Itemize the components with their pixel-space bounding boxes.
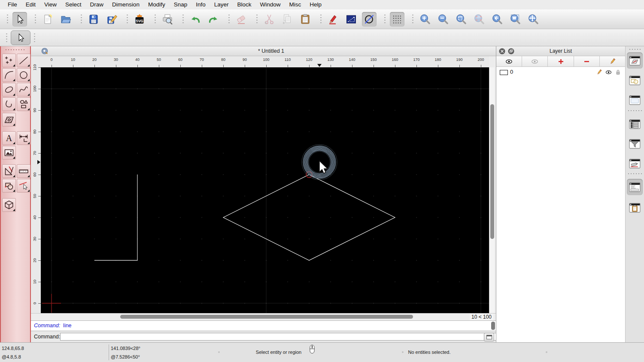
tool-select-entity-button[interactable] — [17, 179, 30, 193]
new-drawing-button[interactable] — [40, 12, 55, 27]
dock-library-browser-toggle[interactable] — [627, 116, 643, 132]
layer-list-titlebar: Layer List — [496, 46, 625, 56]
statusbar-grip — [218, 351, 220, 353]
menu-info[interactable]: Info — [191, 0, 210, 9]
open-drawing-button[interactable] — [58, 12, 73, 27]
vruler-label: 50 — [33, 192, 37, 200]
drawing-canvas[interactable] — [41, 67, 489, 313]
restrict-nothing-button[interactable] — [362, 12, 377, 27]
export-svg-button[interactable]: SVG — [132, 12, 147, 27]
redo-button[interactable] — [206, 12, 221, 27]
menu-block[interactable]: Block — [233, 0, 256, 9]
menu-view[interactable]: View — [40, 0, 61, 9]
layer-row[interactable]: 0 — [496, 68, 625, 77]
edit-entity-button[interactable] — [326, 12, 340, 27]
layer-edit-icon[interactable] — [595, 69, 603, 76]
menu-misc[interactable]: Misc — [285, 0, 306, 9]
zoom-pan-button[interactable] — [526, 12, 541, 27]
menu-select[interactable]: Select — [61, 0, 86, 9]
menu-modify[interactable]: Modify — [144, 0, 170, 9]
menu-layer[interactable]: Layer — [210, 0, 233, 9]
paste-button[interactable] — [298, 12, 313, 27]
layer-visibility-icon[interactable] — [605, 69, 612, 76]
menu-edit[interactable]: Edit — [21, 0, 40, 9]
undo-button[interactable] — [188, 12, 203, 27]
command-options-button[interactable] — [484, 333, 494, 341]
menu-help[interactable]: Help — [305, 0, 326, 9]
canvas-vertical-scrollbar[interactable] — [489, 67, 495, 313]
selection-pointer-button[interactable] — [11, 30, 30, 45]
horizontal-scroll-thumb[interactable] — [120, 315, 413, 319]
zoom-window-button[interactable] — [508, 12, 522, 27]
dock-block-list-toggle[interactable] — [627, 72, 643, 88]
tool-measure-button[interactable] — [17, 164, 30, 178]
show-all-layers-button[interactable] — [496, 56, 522, 66]
menu-dimension[interactable]: Dimension — [108, 0, 144, 9]
cad-tools-icon — [3, 166, 15, 177]
modify-layer-button[interactable] — [600, 56, 625, 66]
relative-coordinates: @4.8,5.8 — [2, 354, 21, 359]
dock-drag-handle[interactable] — [629, 48, 641, 50]
tool-line-button[interactable] — [17, 54, 30, 67]
tool-text-button[interactable]: A — [2, 131, 16, 145]
print-preview-button[interactable] — [160, 12, 175, 27]
save-as-button[interactable] — [104, 12, 119, 27]
zoom-in-button[interactable] — [418, 12, 432, 27]
tool-spline-button[interactable] — [17, 83, 30, 97]
plus-icon — [557, 57, 565, 66]
palette-drag-handle[interactable] — [5, 49, 26, 51]
tool-blocks-button[interactable] — [2, 179, 16, 193]
float-panel-button[interactable] — [508, 48, 514, 54]
menu-file[interactable]: File — [3, 0, 21, 9]
tool-circle-button[interactable] — [17, 68, 30, 82]
remove-layer-button[interactable] — [574, 56, 600, 66]
menu-window[interactable]: Window — [256, 0, 285, 9]
canvas-svg — [41, 67, 489, 313]
zoom-pan-icon — [527, 13, 539, 25]
tool-hatch-button[interactable] — [2, 113, 16, 127]
menu-draw[interactable]: Draw — [86, 0, 108, 9]
tool-polyline-button[interactable] — [2, 97, 16, 111]
tool-points-button[interactable] — [2, 54, 16, 67]
zoom-out-button[interactable] — [436, 12, 450, 27]
save-button[interactable] — [86, 12, 101, 27]
dock-command-line-toggle[interactable] — [627, 179, 643, 195]
dock-entity-info-toggle[interactable] — [627, 92, 643, 108]
tool-image-button[interactable] — [2, 146, 16, 160]
delete-entities-button — [234, 12, 249, 27]
tool-arc-button[interactable] — [2, 68, 16, 82]
dock-pen-wizard-toggle[interactable] — [627, 155, 643, 172]
toolbar-drag-handle[interactable] — [33, 33, 36, 43]
canvas-horizontal-scrollbar[interactable] — [41, 314, 466, 320]
hruler-label: 180 — [431, 57, 444, 62]
angle-restriction-button[interactable] — [344, 12, 358, 27]
dimension-icon — [18, 133, 29, 144]
toggle-grid-button[interactable] — [390, 12, 404, 27]
dock-clipboard-toggle[interactable] — [627, 199, 643, 216]
tool-polygon-button[interactable] — [17, 97, 30, 111]
select-button[interactable] — [12, 12, 27, 27]
add-layer-button[interactable] — [548, 56, 574, 66]
layer-color-swatch[interactable] — [500, 70, 508, 75]
dock-selection-filter-toggle[interactable] — [627, 136, 643, 152]
tool-ellipse-button[interactable] — [2, 83, 16, 97]
tool-solid-button[interactable] — [2, 198, 16, 212]
hide-all-layers-button[interactable] — [522, 56, 548, 66]
absolute-coordinates: 124.8,65.8 — [2, 346, 24, 351]
dock-separator — [627, 173, 642, 175]
command-input[interactable] — [60, 333, 512, 341]
command-history-scrollbar[interactable] — [491, 322, 495, 330]
hruler-label: 80 — [217, 57, 230, 62]
toolbar-drag-handle[interactable] — [5, 33, 9, 43]
toolbar-drag-handle[interactable] — [6, 14, 9, 25]
tool-dimension-button[interactable] — [17, 131, 30, 145]
dock-library-icon — [629, 118, 641, 130]
close-panel-button[interactable] — [499, 48, 505, 54]
dock-layer-list-toggle[interactable] — [627, 52, 643, 69]
tool-cad-tools-button[interactable] — [2, 164, 16, 178]
layer-lock-icon[interactable] — [614, 69, 622, 76]
previous-view-button[interactable] — [490, 12, 504, 27]
zoom-auto-button[interactable] — [454, 12, 468, 27]
vertical-scroll-thumb[interactable] — [490, 104, 494, 239]
menu-snap[interactable]: Snap — [170, 0, 192, 9]
